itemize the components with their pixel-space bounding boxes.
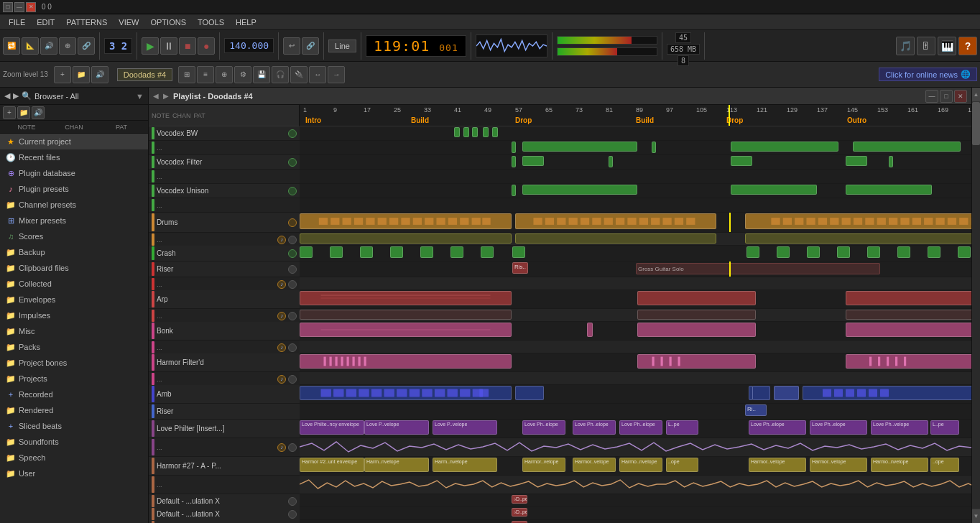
metronome-icon[interactable]: 🎵 (896, 37, 915, 55)
play-btn[interactable]: ▶ (142, 37, 159, 55)
link-btn[interactable]: 🔗 (302, 37, 319, 55)
list-item[interactable]: Harm..nvelope (364, 458, 429, 472)
list-item[interactable] (846, 323, 971, 337)
track-mute-crash[interactable] (288, 249, 297, 258)
sidebar-item-sliced-beats[interactable]: + Sliced beats (0, 418, 148, 434)
bpm-display[interactable]: 140.000 (224, 38, 274, 53)
list-item[interactable] (837, 246, 850, 258)
track-icon-drums-r2[interactable]: ♪ (277, 236, 286, 244)
pause-btn[interactable]: ⏸ (160, 37, 177, 55)
sidebar-item-plugin-database[interactable]: ⊕ Plugin database (0, 165, 148, 181)
sidebar-nav-forward[interactable]: ▶ (13, 91, 19, 101)
list-item[interactable] (450, 246, 463, 258)
sidebar-item-soundfonts[interactable]: 📁 Soundfonts (0, 434, 148, 450)
sidebar-item-recorded[interactable]: + Recorded (0, 387, 148, 402)
list-item[interactable]: Harm..nvelope (433, 458, 497, 472)
sidebar-item-user[interactable]: 📁 User (0, 466, 148, 481)
track-mute-arp-r2[interactable] (288, 312, 297, 320)
arrow-btn[interactable]: → (328, 66, 345, 83)
sidebar-folder-btn[interactable]: 📁 (17, 106, 30, 119)
list-item[interactable] (637, 310, 756, 320)
sidebar-item-recent-files[interactable]: 🕐 Recent files (0, 149, 148, 165)
track-mute-drums-r2[interactable] (288, 236, 297, 244)
icon-btn-2[interactable]: 📐 (22, 37, 39, 55)
list-item[interactable] (390, 246, 403, 258)
menu-patterns[interactable]: PATTERNS (60, 17, 113, 28)
track-content-vocodex-bw-1[interactable] (300, 126, 971, 141)
list-item[interactable]: ..ope (930, 458, 959, 472)
sidebar-speaker-btn[interactable]: 🔊 (32, 106, 45, 119)
list-item[interactable] (300, 246, 313, 258)
line-selector[interactable]: Line (328, 40, 356, 52)
track-content-arp-r2[interactable] (300, 309, 971, 322)
settings-btn[interactable]: ⚙ (234, 66, 251, 83)
track-mute-default2[interactable] (288, 510, 297, 519)
list-item[interactable] (512, 246, 525, 258)
track-mute-drums[interactable] (288, 218, 297, 227)
playlist-max-btn[interactable]: □ (940, 90, 953, 103)
list-item[interactable] (300, 213, 512, 229)
list-item[interactable]: ..ope (666, 458, 698, 472)
list-item[interactable] (522, 142, 637, 152)
list-item[interactable]: Love Ph..elope (810, 420, 867, 435)
sidebar-item-plugin-presets[interactable]: ♪ Plugin presets (0, 181, 148, 197)
help-icon[interactable]: ? (958, 37, 977, 55)
scroll-down-btn[interactable]: ▼ (972, 509, 980, 523)
loop-btn[interactable]: ↩ (283, 37, 300, 55)
list-item[interactable] (749, 386, 753, 400)
icon-btn-4[interactable]: ⊕ (59, 37, 76, 55)
track-content-drums-r2[interactable] (300, 233, 971, 246)
list-item[interactable] (846, 185, 932, 195)
vertical-scrollbar[interactable]: ▲ ▼ (971, 88, 980, 523)
list-item[interactable] (515, 233, 716, 244)
menu-view[interactable]: VIEW (113, 17, 144, 28)
add-track-btn[interactable]: + (54, 66, 71, 83)
list-item[interactable]: Love Ph..elope (522, 420, 565, 435)
track-mute-vocodex-filter[interactable] (288, 158, 297, 167)
track-content-amb[interactable] (300, 385, 971, 404)
menu-edit[interactable]: EDIT (31, 17, 60, 28)
window-btn-1[interactable]: □ (3, 2, 13, 12)
track-content-bonk[interactable] (300, 322, 971, 341)
list-item[interactable] (300, 354, 512, 369)
list-item[interactable]: Love P..velope (433, 420, 497, 435)
menu-help[interactable]: HELP (230, 17, 262, 28)
headphone-btn[interactable]: 🎧 (272, 66, 289, 83)
sidebar-item-speech[interactable]: 📁 Speech (0, 450, 148, 466)
list-item[interactable]: Harmor..velope (810, 458, 867, 472)
track-content-harmor-filter[interactable] (300, 353, 971, 372)
list-item[interactable] (637, 291, 756, 305)
track-icon-bonk-r2[interactable]: ♪ (277, 343, 286, 352)
sidebar-item-projects[interactable]: 📁 Projects (0, 371, 148, 387)
list-item[interactable] (609, 156, 613, 167)
track-mute-hf-r2[interactable] (288, 375, 297, 384)
list-item[interactable]: Love Philte..ncy envelope (300, 420, 364, 435)
list-item[interactable] (300, 323, 512, 337)
list-item[interactable] (515, 213, 716, 229)
track-mute-default1[interactable] (288, 497, 297, 506)
track-content-vocodex-unison[interactable] (300, 184, 971, 198)
track-content-harmor27[interactable]: Harmor #2..unt envelope Harm..nvelope Ha… (300, 457, 971, 476)
merge-btn[interactable]: ⊕ (216, 66, 233, 83)
track-content-love-philter[interactable]: Love Philte..ncy envelope Love P..velope… (300, 420, 971, 438)
track-icon-arp-r2[interactable]: ♪ (277, 312, 286, 320)
playlist-nav-next[interactable]: ▶ (163, 92, 169, 100)
list-item[interactable] (587, 323, 593, 337)
list-item[interactable] (522, 185, 637, 195)
list-item[interactable] (745, 233, 971, 244)
sidebar-item-clipboard[interactable]: 📁 Clipboard files (0, 260, 148, 276)
list-item[interactable]: Ri.. (745, 404, 767, 416)
list-item[interactable]: Love Ph..elope (619, 420, 662, 435)
list-item[interactable] (420, 246, 433, 258)
track-content-riser2[interactable]: Ri.. (300, 404, 971, 420)
list-item[interactable] (483, 127, 489, 137)
list-item[interactable] (522, 156, 544, 166)
list-item[interactable] (454, 127, 460, 137)
doodads-button[interactable]: Doodads #4 (117, 68, 172, 81)
list-item[interactable] (752, 386, 770, 400)
list-item[interactable]: ♭D..pe (512, 508, 527, 517)
track-content-lp-r2[interactable] (300, 438, 971, 457)
list-item[interactable] (492, 127, 498, 137)
list-item[interactable] (958, 246, 971, 258)
track-content-bonk-r2[interactable] (300, 341, 971, 353)
